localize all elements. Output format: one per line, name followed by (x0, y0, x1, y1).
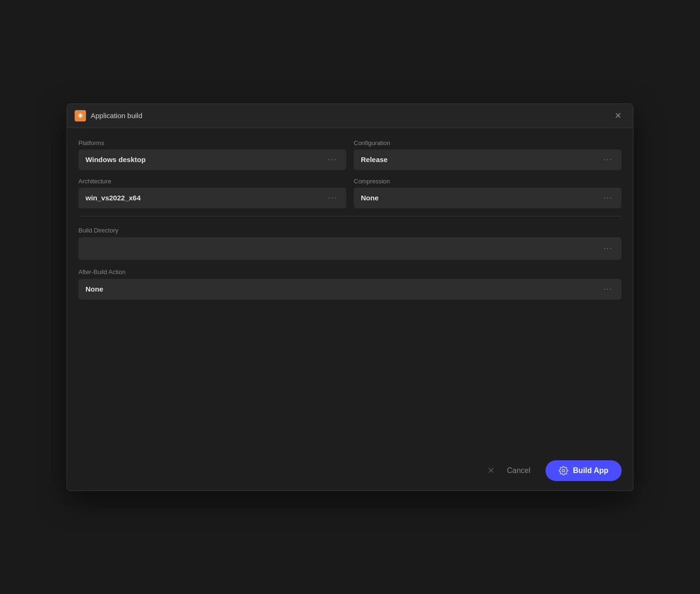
build-directory-more-button[interactable]: ··· (602, 244, 615, 253)
dialog-footer: ✕ Cancel Build App (67, 451, 633, 491)
architecture-selector[interactable]: win_vs2022_x64 ··· (78, 188, 346, 208)
gear-icon (559, 466, 568, 475)
architecture-field: Architecture win_vs2022_x64 ··· (78, 178, 346, 208)
build-directory-label: Build Directory (78, 227, 119, 234)
dialog-title: Application build (91, 112, 142, 120)
architecture-compression-row: Architecture win_vs2022_x64 ··· Compress… (78, 178, 622, 208)
build-app-button[interactable]: Build App (546, 460, 622, 481)
platforms-selector[interactable]: Windows desktop ··· (78, 149, 346, 170)
after-build-section: After-Build Action None ··· (78, 267, 622, 300)
application-build-dialog: ✳ Application build ✕ Platforms Windows … (67, 103, 633, 491)
compression-value: None (361, 194, 379, 202)
cancel-button[interactable]: Cancel (499, 463, 538, 479)
platforms-field: Platforms Windows desktop ··· (78, 139, 346, 170)
architecture-label: Architecture (78, 178, 346, 185)
section-divider (78, 216, 622, 216)
build-directory-section: Build Directory ··· (78, 226, 622, 260)
architecture-more-button[interactable]: ··· (326, 194, 339, 202)
platforms-value: Windows desktop (85, 155, 145, 164)
svg-point-0 (563, 469, 565, 472)
configuration-field: Configuration Release ··· (354, 139, 622, 170)
build-directory-selector[interactable]: ··· (78, 237, 622, 260)
platforms-more-button[interactable]: ··· (326, 155, 339, 164)
title-bar: ✳ Application build ✕ (67, 104, 633, 128)
after-build-value: None (85, 285, 103, 293)
app-logo-icon: ✳ (75, 110, 86, 121)
build-app-label: Build App (573, 466, 608, 475)
platforms-config-row: Platforms Windows desktop ··· Configurat… (78, 139, 622, 170)
platforms-label: Platforms (78, 139, 346, 146)
compression-selector[interactable]: None ··· (354, 188, 622, 208)
title-bar-left: ✳ Application build (75, 110, 142, 121)
configuration-label: Configuration (354, 139, 622, 146)
architecture-value: win_vs2022_x64 (85, 194, 141, 202)
configuration-value: Release (361, 155, 388, 164)
compression-more-button[interactable]: ··· (602, 194, 615, 202)
after-build-more-button[interactable]: ··· (602, 285, 615, 293)
configuration-more-button[interactable]: ··· (602, 155, 615, 164)
compression-label: Compression (354, 178, 622, 185)
configuration-selector[interactable]: Release ··· (354, 149, 622, 170)
compression-field: Compression None ··· (354, 178, 622, 208)
close-button[interactable]: ✕ (611, 110, 625, 122)
dialog-content: Platforms Windows desktop ··· Configurat… (67, 128, 633, 451)
after-build-selector[interactable]: None ··· (78, 279, 622, 300)
cancel-area: ✕ Cancel (487, 463, 538, 479)
cancel-x-icon[interactable]: ✕ (487, 465, 495, 476)
after-build-label: After-Build Action (78, 268, 126, 275)
